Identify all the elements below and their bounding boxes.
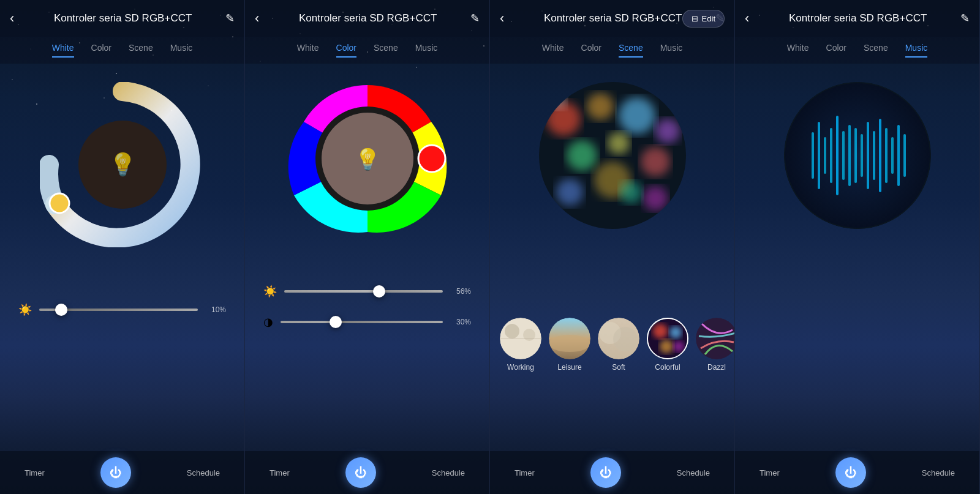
brightness-thumb-white[interactable] (55, 304, 67, 316)
preset-working-img (500, 318, 541, 359)
tab-music-color[interactable]: Color (826, 43, 846, 58)
svg-point-56 (523, 329, 535, 341)
tab-white-white[interactable]: White (52, 43, 74, 58)
content-music (735, 64, 979, 451)
contrast-icon-color: ◑ (263, 315, 273, 329)
preset-dazzl[interactable]: Dazzl (696, 318, 734, 372)
preset-leisure-img (549, 318, 590, 359)
timer-btn-white[interactable]: Timer (24, 468, 45, 477)
power-btn-music[interactable]: ⏻ (835, 457, 866, 488)
brightness-track-white[interactable] (39, 309, 198, 311)
svg-point-68 (696, 318, 734, 359)
svg-rect-85 (848, 125, 851, 186)
bokeh-svg (539, 82, 686, 229)
preset-colorful-label: Colorful (655, 363, 680, 372)
bottom-bar-white: Timer ⏻ Schedule (0, 451, 244, 494)
tab-white-color[interactable]: Color (91, 43, 111, 58)
svg-point-65 (669, 326, 682, 339)
content-scene: Working (490, 64, 734, 451)
panel-white: ‹ Kontroler seria SD RGB+CCT ✎ White Col… (0, 0, 245, 494)
music-svg (784, 82, 931, 229)
timer-btn-color[interactable]: Timer (270, 468, 290, 477)
power-btn-scene[interactable]: ⏻ (590, 457, 621, 488)
timer-btn-music[interactable]: Timer (760, 468, 780, 477)
color-wheel-container: 💡 (285, 76, 450, 241)
timer-btn-scene[interactable]: Timer (514, 468, 535, 477)
tab-music-scene[interactable]: Scene (864, 43, 888, 58)
svg-rect-86 (842, 131, 845, 180)
header-music: ‹ Kontroler seria SD RGB+CCT ✎ (735, 0, 979, 37)
back-button-music[interactable]: ‹ (745, 10, 749, 26)
contrast-slider-color[interactable]: ◑ 30% (263, 315, 471, 329)
svg-rect-91 (812, 132, 814, 179)
power-btn-color[interactable]: ⏻ (345, 457, 376, 488)
tabs-white: White Color Scene Music (0, 37, 244, 64)
contrast-thumb-color[interactable] (330, 316, 342, 328)
tab-scene-color[interactable]: Color (581, 43, 601, 58)
svg-rect-88 (830, 128, 832, 183)
sun-icon-color: ☀️ (263, 285, 277, 298)
schedule-btn-white[interactable]: Schedule (187, 468, 220, 477)
preset-leisure[interactable]: Leisure (549, 318, 590, 372)
svg-point-48 (641, 147, 670, 176)
tab-scene-music[interactable]: Music (660, 43, 683, 58)
tab-white-scene[interactable]: Scene (129, 43, 153, 58)
sun-icon-white: ☀️ (18, 303, 32, 316)
tab-scene-white[interactable]: White (542, 43, 564, 58)
brightness-track-color[interactable] (284, 290, 443, 293)
edit-button-white[interactable]: ✎ (225, 12, 235, 25)
svg-rect-79 (873, 131, 875, 180)
svg-point-59 (549, 335, 590, 352)
brightness-value-color: 56% (450, 287, 471, 296)
brightness-slider-white[interactable]: ☀️ 10% (18, 303, 226, 316)
color-wheel-svg[interactable]: 💡 (285, 76, 450, 241)
svg-point-53 (620, 181, 642, 203)
preset-working[interactable]: Working (500, 318, 541, 372)
svg-point-67 (673, 341, 684, 352)
tab-color-scene[interactable]: Scene (374, 43, 398, 58)
svg-point-52 (548, 91, 567, 110)
edit-scene-btn[interactable]: ⊟ Edit (682, 10, 725, 28)
svg-point-62 (613, 327, 638, 351)
tab-color-music[interactable]: Music (415, 43, 438, 58)
schedule-btn-color[interactable]: Schedule (432, 468, 465, 477)
panel-scene: ‹ Kontroler seria SD RGB+CCT ✎ White Col… (490, 0, 735, 494)
svg-rect-89 (824, 137, 826, 174)
svg-rect-82 (891, 137, 894, 174)
header-color: ‹ Kontroler seria SD RGB+CCT ✎ (245, 0, 489, 37)
preset-soft-label: Soft (612, 363, 625, 372)
edit-button-music[interactable]: ✎ (960, 12, 970, 25)
brightness-slider-color[interactable]: ☀️ 56% (263, 285, 471, 298)
contrast-track-color[interactable] (281, 321, 443, 323)
scene-presets-container: Working (490, 318, 734, 372)
schedule-btn-scene[interactable]: Schedule (677, 468, 710, 477)
svg-rect-87 (836, 116, 839, 195)
title-white: Kontroler seria SD RGB+CCT (20, 12, 225, 24)
tab-color-color[interactable]: Color (336, 43, 356, 58)
edit-button-color[interactable]: ✎ (470, 12, 480, 25)
back-button-white[interactable]: ‹ (10, 10, 14, 26)
schedule-btn-music[interactable]: Schedule (922, 468, 955, 477)
preset-soft[interactable]: Soft (598, 318, 639, 372)
power-icon-white: ⏻ (110, 466, 122, 480)
sliders-icon: ⊟ (692, 14, 698, 23)
tab-white-music[interactable]: Music (170, 43, 193, 58)
bottom-bar-music: Timer ⏻ Schedule (735, 451, 979, 494)
preset-colorful-img (647, 318, 688, 359)
tabs-color: White Color Scene Music (245, 37, 489, 64)
svg-point-47 (608, 132, 630, 154)
power-btn-white[interactable]: ⏻ (100, 457, 131, 488)
svg-rect-80 (879, 119, 881, 192)
brightness-thumb-color[interactable] (373, 285, 385, 298)
tab-music-music[interactable]: Music (905, 43, 928, 58)
tab-music-white[interactable]: White (787, 43, 809, 58)
back-button-scene[interactable]: ‹ (500, 10, 504, 26)
svg-point-34 (418, 145, 445, 172)
power-icon-color: ⏻ (355, 466, 367, 480)
tab-color-white[interactable]: White (297, 43, 319, 58)
music-visualizer (784, 82, 931, 229)
preset-colorful[interactable]: Colorful (647, 318, 688, 372)
back-button-color[interactable]: ‹ (255, 10, 259, 26)
svg-rect-78 (867, 122, 869, 189)
tab-scene-scene[interactable]: Scene (619, 43, 643, 58)
